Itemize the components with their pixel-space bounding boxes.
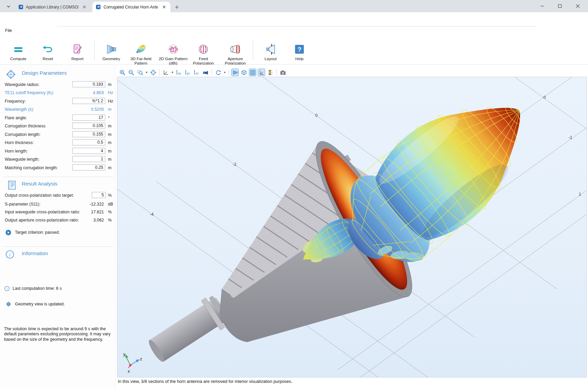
- new-tab-button[interactable]: [173, 3, 181, 11]
- zoom-out-icon[interactable]: [127, 69, 135, 76]
- plus-icon: [175, 5, 179, 9]
- report-icon: [71, 43, 84, 56]
- corrugation-thickness-input[interactable]: [72, 123, 105, 129]
- section-title: Design Parameters: [22, 70, 67, 76]
- farfield-3d-button[interactable]: 3D Far-field Pattern: [126, 43, 156, 66]
- window-minimize-button[interactable]: [537, 2, 547, 10]
- rotate-view-icon[interactable]: [214, 69, 222, 76]
- compute-button[interactable]: Compute: [3, 43, 33, 61]
- aperture-polarization-button[interactable]: Aperture Polarization: [220, 43, 250, 66]
- antenna-3d-scene: y z x: [117, 77, 586, 377]
- axes-toggle[interactable]: [258, 69, 265, 76]
- zoom-box-dropdown[interactable]: [145, 69, 148, 76]
- layout-icon: [264, 43, 277, 56]
- transparency-toggle[interactable]: [240, 69, 247, 76]
- toolbar-separator: [276, 69, 277, 75]
- report-button[interactable]: Report: [62, 43, 92, 61]
- browser-navbar: [0, 12, 588, 26]
- ribbon-separator: [253, 40, 253, 60]
- snapshot-camera-icon[interactable]: [279, 69, 287, 76]
- waveguide-length-input[interactable]: [72, 156, 105, 162]
- view-xy-icon[interactable]: xy: [175, 69, 183, 76]
- horn-geometry-icon: [105, 43, 117, 56]
- geometry-status-row: Geometry view is updated.: [15, 302, 65, 306]
- result-row: S-parameter (S11): -12.322 dB: [0, 200, 115, 208]
- tab-close-icon[interactable]: [161, 4, 167, 10]
- tab-title: Corrugated Circular Horn Anten: [104, 5, 158, 10]
- frequency-input[interactable]: [72, 98, 105, 104]
- axis-tick-label: -2: [233, 162, 237, 167]
- aperture-polarization-icon: [229, 43, 241, 56]
- param-row: Waveguide radius: m: [0, 81, 115, 89]
- parameters-sidebar: Design Parameters Waveguide radius: m TE…: [0, 65, 115, 389]
- help-icon: ?: [293, 43, 306, 56]
- cross-polarization-target-input[interactable]: [92, 192, 106, 198]
- graphics-viewport[interactable]: y z x 0 -2 -4 0 -1 1: [117, 77, 587, 377]
- file-menu[interactable]: File: [5, 28, 12, 33]
- default-view-dropdown[interactable]: [171, 69, 174, 76]
- geometry-button[interactable]: Geometry: [96, 43, 126, 61]
- param-row: TE11 cutoff frequency (fc): 4.8E8 Hz: [0, 89, 115, 97]
- ribbon-separator: [94, 40, 95, 60]
- gain-2d-button[interactable]: 2D Gain Pattern (dBi): [158, 43, 188, 66]
- param-row: Matching corrugation length: m: [0, 164, 115, 172]
- svg-text:i: i: [9, 252, 11, 258]
- te11-cutoff-value: 4.8E8: [51, 89, 104, 97]
- svg-text:i: i: [6, 287, 7, 290]
- gain-2d-icon: [167, 43, 179, 56]
- result-row: Output cross-polarization ratio target: …: [0, 191, 115, 199]
- scene-light-icon[interactable]: [202, 69, 209, 76]
- last-computation-row: i Last computation time: 6 s: [13, 286, 62, 291]
- app-menubar: File: [0, 26, 588, 35]
- horn-length-input[interactable]: [72, 148, 105, 154]
- coordinate-triad: y z x: [123, 352, 142, 374]
- svg-text:?: ?: [297, 46, 301, 53]
- target-criterion-status: Target criterion: passed.: [15, 230, 60, 235]
- flare-angle-input[interactable]: [72, 114, 105, 121]
- result-analysis-header: Result Analysis: [0, 179, 115, 190]
- axis-tick-label: 0: [544, 95, 546, 100]
- svg-text:yz: yz: [187, 72, 190, 75]
- zoom-extents-icon[interactable]: [149, 69, 157, 76]
- view-yz-icon[interactable]: yz: [184, 69, 191, 76]
- view-xz-icon[interactable]: xz: [193, 69, 200, 76]
- param-row: Wavelength (λ): 0.5205 m: [0, 105, 115, 113]
- browser-tab-1[interactable]: Application Library | COMSOL S: [15, 2, 90, 12]
- window-maximize-button[interactable]: [555, 2, 565, 10]
- zoom-in-icon[interactable]: [118, 69, 126, 76]
- horn-thickness-input[interactable]: [72, 139, 105, 145]
- layout-button[interactable]: Layout: [256, 43, 286, 61]
- show-geometry-toggle[interactable]: [231, 69, 239, 76]
- section-title: Information: [22, 250, 48, 257]
- browser-tab-2[interactable]: Corrugated Circular Horn Anten: [92, 2, 170, 12]
- svg-text:xy: xy: [178, 72, 181, 75]
- output-cross-polarization-value: 3.062: [51, 216, 104, 224]
- feed-polarization-button[interactable]: Feed Polarization: [188, 43, 218, 66]
- tab-search-button[interactable]: [4, 2, 13, 11]
- tab-title: Application Library | COMSOL S: [26, 5, 79, 10]
- color-legend-toggle[interactable]: [267, 69, 274, 76]
- browser-titlebar: Application Library | COMSOL S Corrugate…: [0, 0, 588, 12]
- waveguide-radius-input[interactable]: [72, 81, 105, 87]
- reset-button[interactable]: Reset: [33, 43, 63, 61]
- corrugation-length-input[interactable]: [72, 131, 105, 137]
- param-row: Frequency: Hz: [0, 97, 115, 105]
- result-analysis-icon: [7, 180, 17, 190]
- triad-x-label: x: [128, 369, 130, 374]
- grid-toggle[interactable]: [249, 69, 256, 76]
- chevron-down-icon: [6, 4, 11, 8]
- s-parameter-value: -12.322: [51, 200, 104, 208]
- param-row: Corrugation thickness m: [0, 122, 115, 130]
- zoom-box-icon[interactable]: [136, 69, 144, 76]
- graphics-toolbar: xy yz xz: [118, 68, 287, 76]
- design-parameters-icon: [6, 69, 16, 79]
- help-button[interactable]: ? Help: [284, 43, 314, 61]
- tab-close-icon[interactable]: [82, 4, 87, 10]
- axis-tick-label: -1: [569, 135, 572, 140]
- window-close-button[interactable]: [573, 2, 583, 10]
- waveguide-tube: [144, 293, 232, 368]
- feed-polarization-icon: [197, 43, 209, 56]
- matching-corrugation-length-input[interactable]: [72, 164, 105, 171]
- rotate-view-dropdown[interactable]: [223, 69, 226, 76]
- default-view-icon[interactable]: [162, 69, 169, 76]
